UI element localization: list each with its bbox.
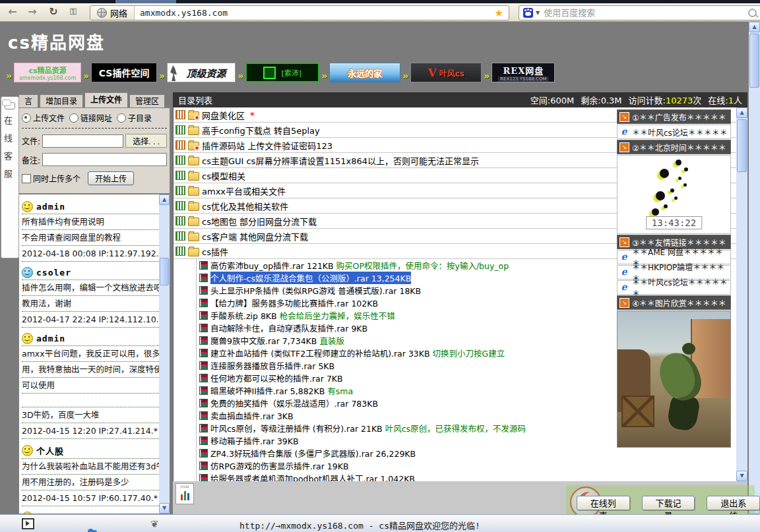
grid-icon [175, 125, 185, 134]
scroll-up-icon[interactable]: ▲ [736, 107, 747, 118]
directory-name: cs地图包 部分旧网盘分流下载 [202, 215, 317, 227]
favorite-star-icon[interactable]: ★ [490, 7, 509, 19]
window-scrollbar[interactable]: ▲ ▼ [749, 22, 760, 514]
scroll-down-icon[interactable]: ▼ [736, 471, 747, 481]
status-bar: ❦ http://→mxmodx.ys168.com - cs精品网盘欢迎您的光… [0, 514, 760, 532]
banner-row: » V cs精品资源 amxmodx.ys168.com » V CS插件空间 … [4, 60, 555, 82]
banner-link[interactable]: V REX网盘 REX123.YS168.COM [491, 63, 555, 82]
collapse-arrow-icon[interactable] [619, 298, 629, 308]
sidebar-section-header: ②＊＊北京时间＊＊＊＊＊ [617, 140, 731, 154]
banner-item: » V cs精品资源 amxmodx.ys168.com [4, 63, 81, 82]
directory-name: cs优化及其他相关软件 [202, 200, 288, 212]
left-tab[interactable]: 增加目录 [40, 94, 83, 108]
key-icon[interactable]: ⚿ [66, 5, 80, 18]
left-tab[interactable]: 上传文件 [84, 92, 128, 108]
note-field-label: 备注: [22, 154, 40, 165]
banner-item: » V 永远的家 [319, 63, 400, 82]
file-field[interactable] [42, 134, 123, 148]
multi-upload-checkbox[interactable] [22, 174, 31, 183]
collapse-arrow-icon[interactable] [619, 112, 629, 122]
back-icon[interactable]: ← [5, 5, 20, 18]
radio-icon[interactable] [69, 113, 79, 123]
message-line: 2012-04-15 12:20 IP:27.41.214.* [22, 423, 162, 439]
rar-archive-icon [199, 374, 208, 382]
collapse-arrow-icon[interactable] [619, 142, 629, 152]
left-tab[interactable]: 管理区 [129, 94, 165, 108]
choose-file-button[interactable]: 选择. . . [125, 134, 167, 148]
status-url-text: http://→mxmodx.ys168.com - cs精品网盘欢迎您的光临! [239, 519, 480, 531]
footer-button[interactable]: 退出系统 [707, 496, 760, 510]
file-name-size: 暗黑破坏神II插件.rar 5,882KB [210, 384, 325, 397]
radio-icon[interactable] [22, 113, 31, 123]
file-row[interactable]: 仿RPG游戏的伤害显示插件.rar 19KB [197, 459, 747, 472]
banner-item: » V 顶级资源 [157, 63, 236, 82]
note-field[interactable] [42, 153, 167, 166]
beijing-clock-widget: 13:43:22 [617, 155, 731, 234]
scrollbar-thumb[interactable] [749, 34, 759, 88]
address-input[interactable] [135, 8, 490, 18]
collapse-arrow-icon[interactable] [619, 237, 629, 247]
left-tab[interactable]: 言 [18, 94, 38, 108]
search-engine-dropdown-icon[interactable]: ▼ [536, 10, 540, 16]
banner-link[interactable]: V [索沛] [245, 63, 319, 82]
vine-icon[interactable]: ❦ [150, 518, 161, 529]
smiley-icon [22, 267, 33, 278]
baidu-paw-icon[interactable] [523, 8, 533, 18]
banner-link[interactable]: V 叶风cs [410, 63, 482, 82]
message-line: 用不用注册的，注册码是多少 [22, 475, 162, 490]
banner-link[interactable]: V 永远的家 [329, 63, 400, 82]
smiley-icon [22, 445, 33, 456]
sidebar-link[interactable]: ＊＊叶风cs论坛＊＊＊＊＊＊ [617, 280, 731, 295]
file-name-size: 个人制作-cs娱乐混战合集包（公测版）.rar 13,254KB [210, 272, 411, 284]
sidebar-link-text: ＊＊叶风cs论坛＊＊＊＊＊ [632, 127, 728, 138]
directory-name: cs模型相关 [202, 169, 245, 182]
file-name-size: 连接服务器播放音乐插件.rar 5KB [210, 359, 334, 372]
scrollbar-thumb[interactable] [160, 258, 169, 285]
site-menu-button[interactable]: 网络 [90, 6, 135, 20]
start-upload-button[interactable]: 开始上传 [88, 171, 134, 185]
search-magnifier-icon[interactable] [748, 9, 757, 17]
banner-arrow-icon: » [6, 71, 12, 81]
file-name-size: 建立补血站插件 (类似TF2工程师建立的补给站机).rar 33KB [210, 347, 430, 359]
online-service-tab[interactable]: 在线客服 [1, 96, 19, 258]
file-note: 有sma [327, 384, 353, 397]
folder-icon [188, 218, 199, 226]
banner-arrow-icon: » [238, 71, 243, 81]
tab-label: 管理区 [135, 97, 159, 106]
page-title: cs精品网盘 [8, 29, 105, 53]
footer-button[interactable]: 下载记录 [642, 496, 695, 510]
banner-item: » V 叶风cs [400, 63, 482, 82]
message-scrollbar[interactable]: ▲ ▼ [159, 194, 170, 514]
cnzz-counter[interactable]: cnzz [175, 483, 194, 504]
search-input[interactable] [542, 7, 745, 18]
banner-link[interactable]: V cs精品资源 amxmodx.ys168.com [14, 63, 81, 82]
list-scrollbar[interactable]: ▲ ▼ [736, 107, 747, 481]
forward-icon[interactable]: → [25, 5, 40, 18]
directory-name: amxx平台或相关文件 [202, 185, 286, 197]
banner-arrow-icon: » [159, 71, 165, 81]
scrollbar-thumb[interactable] [737, 119, 747, 172]
banner-link[interactable]: V CS插件空间 [91, 63, 157, 82]
rar-archive-icon [199, 461, 208, 470]
scroll-up-icon[interactable]: ▲ [749, 22, 760, 32]
scroll-up-icon[interactable]: ▲ [159, 194, 170, 205]
footer-button[interactable]: 在线列表 [577, 496, 630, 510]
sidebar-section-header: ④＊＊图片欣赏＊＊＊＊＊ [617, 295, 731, 310]
folder-icon [188, 233, 199, 241]
ie-browser-icon [619, 127, 629, 137]
sidebar-header-text: ②＊＊北京时间＊＊＊＊＊ [632, 142, 726, 153]
banner-link[interactable]: V 顶级资源 [167, 63, 236, 82]
directory-header-title: 目录列表 [178, 94, 212, 106]
smiley-icon [22, 201, 33, 212]
file-note: 切换到小刀按G建立 [433, 347, 505, 359]
refresh-icon[interactable]: ↻ [46, 5, 61, 18]
file-name-size: 给服务器或者单机添加podbot机器人补丁.rar 1,042KB [210, 472, 415, 481]
file-row[interactable]: ZP4.3好玩插件合集版 (多僵尸多武器版).rar 26,229KB [197, 447, 747, 459]
file-row[interactable]: 给服务器或者单机添加podbot机器人补丁.rar 1,042KB [197, 472, 747, 481]
window-preview-icon[interactable] [22, 518, 34, 529]
sidebar-link[interactable]: ＊＊叶风cs论坛＊＊＊＊＊ [617, 125, 731, 139]
scroll-down-icon[interactable]: ▼ [159, 503, 170, 514]
grid-icon [175, 110, 185, 119]
rar-archive-icon [199, 424, 208, 432]
radio-icon[interactable] [117, 113, 126, 123]
